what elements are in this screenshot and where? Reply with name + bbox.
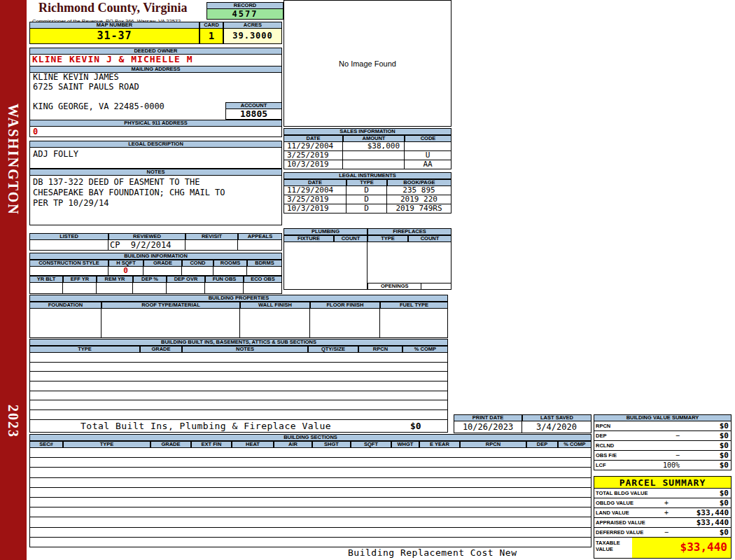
col-h-sqft: H SQFT [108,260,144,267]
last-saved-value: 3/4/2020 [522,421,592,433]
acres-value: 39.3000 [223,29,282,44]
building-sections-title: BUILDING SECTIONS [29,434,592,441]
dep-value: $0 [681,431,732,441]
col-notes: NOTES [182,346,308,353]
total-bldg-value-op [662,489,671,498]
grade-value [144,267,182,276]
legal-instruments-title: LEGAL INSTRUMENTS [284,172,451,179]
land-value-label: LAND VALUE [594,508,662,518]
col-type: TYPE [63,441,150,448]
fireplaces-body: OPENINGS [368,242,451,290]
building-value-summary-title: BUILDING VALUE SUMMARY [594,414,732,421]
rpcn-label: RPCN [594,421,660,431]
construction-style-value [29,267,108,276]
property-photo-placeholder: No Image Found [284,0,451,127]
card-label: CARD [200,22,223,29]
col-cond: COND [182,260,214,267]
li-col-date: DATE [284,179,346,186]
sales-col-amount: AMOUNT [343,135,405,142]
dep-label: DEP [594,431,660,441]
account-block: ACCOUNT 18805 [225,102,282,120]
wall-finish-value [240,309,310,338]
map-number-value: 31-37 [29,29,200,44]
table-row: 3/25/2019 U [284,151,451,160]
summary-row: DEP − $0 [594,431,732,441]
col-grade: GRADE [150,441,191,448]
col-roof-type-material: ROOF TYPE/MATERIAL [102,302,240,309]
physical-911-address-value: 0 [29,127,282,137]
reviewed-date: 9/2/2014 [131,240,172,250]
col-rpcn: RPCN [460,441,526,448]
reviewed-value: CP 9/2/2014 [108,240,186,251]
mailing-line: KLINE KEVIN JAMES [33,72,281,82]
taxable-value-row: TAXABLE VALUE $33,440 [594,538,732,559]
lcf-value: $0 [681,461,732,470]
col-eco-obs: ECO OBS [244,276,282,283]
built-ins-header-row: TYPE GRADE NOTES QTY/SIZE RPCN % COMP [29,346,448,353]
col-grade: GRADE [144,260,182,267]
building-information-block: BUILDING INFORMATION CONSTRUCTION STYLE … [29,253,282,294]
col-dep: DEP [526,441,558,448]
col-yr-blt: YR BLT [29,276,63,283]
li-type: D [346,204,387,214]
notes-block: DB 137-322 DEED OF EASMENT TO THE CHESAP… [29,176,282,225]
print-date-value: 10/26/2023 [454,421,522,433]
sidebar-district-label: WASHINGTON [5,104,21,216]
record-label: RECORD [206,2,284,9]
building-value-summary-block: BUILDING VALUE SUMMARY RPCN $0 DEP − $0 … [594,414,732,470]
sale-code [405,142,451,151]
eco-obs-value [244,283,282,294]
summary-row: TOTAL BLDG VALUE $0 [594,489,732,498]
notes-line: DB 137-322 DEED OF EASMENT TO THE [33,177,279,188]
plumbing-fireplaces-block: PLUMBING FIREPLACES FIXTURE COUNT TYPE C… [284,228,451,290]
fuel-type-value [380,309,448,338]
footer-caption: Building Replacement Cost New [348,547,517,558]
fireplaces-col-type: TYPE [368,235,408,242]
review-col-appeals: APPEALS [238,233,282,240]
col-dep-ovr: DEP OVR [167,276,205,283]
review-table: LISTED REVIEWED REVISIT APPEALS CP 9/2/2… [29,233,282,251]
building-properties-body [29,309,448,338]
deferred-value-label: DEFERRED VALUE [594,528,662,538]
li-date: 10/3/2019 [284,204,346,214]
col-whgt: WHGT [391,441,419,448]
legal-description-label: LEGAL DESCRIPTION [29,141,282,148]
building-info-header-row-1: CONSTRUCTION STYLE H SQFT GRADE COND ROO… [29,260,282,267]
rem-yr-value [97,283,133,294]
col-grade: GRADE [140,346,182,353]
h-sqft-value: 0 [108,267,144,276]
li-date: 3/25/2019 [284,195,346,204]
li-bookpage: 235 895 [387,186,451,195]
fireplaces-col-count: COUNT [408,235,451,242]
legal-instruments-header-row: DATE TYPE BOOK/PAGE [284,179,451,186]
obldg-value-op: + [662,498,671,508]
col-fuel-type: FUEL TYPE [380,302,448,309]
summary-row: OBS F/E − $0 [594,451,732,461]
li-bookpage: 2019 749RS [387,204,451,214]
col-pct-comp: % COMP [558,441,592,448]
appraised-value: $33,440 [671,518,732,528]
foundation-value [29,309,102,338]
lcf-label: LCF [594,461,660,470]
obs-fe-label: OBS F/E [594,451,660,461]
col-sqft: SQFT [351,441,391,448]
summary-row: RPCN $0 [594,421,732,431]
building-info-data-row-1: 0 [29,267,282,276]
col-construction-style: CONSTRUCTION STYLE [29,260,108,267]
reviewed-by: CP [110,240,120,250]
last-saved-label: LAST SAVED [522,414,592,421]
building-info-header-row-2: YR BLT EFF YR REM YR DEP % DEP OVR FUN O… [29,276,282,283]
lcf-op: 100% [660,461,681,470]
built-ins-block: BUILDING BUILT INS, BASEMENTS, ATTICS & … [29,339,448,433]
col-floor-finish: FLOOR FINISH [310,302,380,309]
table-row: 10/3/2019 D 2019 749RS [284,204,451,214]
col-fun-obs: FUN OBS [205,276,244,283]
col-e-year: E YEAR [419,441,460,448]
deferred-value-op: − [662,528,671,538]
built-ins-empty-rows [29,353,448,420]
sales-header-row: DATE AMOUNT CODE [284,135,451,142]
sidebar: WASHINGTON 2023 [0,0,27,560]
summary-row: OBLDG VALUE + $0 [594,498,732,508]
openings-value [421,283,451,290]
account-value: 18805 [225,109,282,120]
